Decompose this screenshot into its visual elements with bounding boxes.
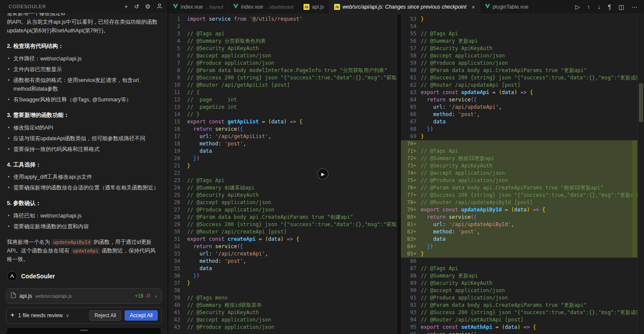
next-change-icon[interactable]: ↓: [597, 4, 600, 10]
whitespace-toggle-icon[interactable]: ¶: [608, 4, 611, 10]
code-line[interactable]: 15export const getApiList = (data) => {: [168, 118, 397, 126]
code-line[interactable]: 23// @Tags Api: [168, 177, 397, 184]
code-line[interactable]: 78+// @Router /api/updateApiById [post]: [401, 199, 638, 206]
code-line[interactable]: 39// @Tags menu: [168, 294, 397, 302]
code-line[interactable]: 42// @accept application/json: [168, 316, 397, 324]
code-line[interactable]: 40// @Summary 根据id获取菜单: [168, 302, 397, 309]
code-line[interactable]: 13// pageSize int: [168, 104, 397, 111]
code-line[interactable]: 67 data: [401, 118, 638, 126]
code-line[interactable]: 27// @Produce application/json: [168, 206, 397, 214]
run-icon[interactable]: ▷: [575, 4, 580, 10]
account-icon[interactable]: [156, 3, 163, 10]
scrollbar-thumb[interactable]: [639, 83, 643, 122]
code-line[interactable]: 22: [168, 170, 397, 177]
code-line[interactable]: 96 return service({: [401, 331, 638, 334]
code-line[interactable]: 11// {: [168, 89, 397, 96]
code-line[interactable]: 66 method: 'post',: [401, 111, 638, 118]
editor-scrollbar[interactable]: [638, 14, 644, 334]
code-line[interactable]: 9// @Success 200 {string} json "{"succes…: [168, 74, 397, 82]
code-line[interactable]: 12// page int: [168, 96, 397, 104]
chevron-right-icon[interactable]: ›: [155, 293, 157, 299]
code-line[interactable]: 28// @Param data body api.CreateApiParam…: [168, 214, 397, 221]
code-line[interactable]: 37}: [168, 280, 397, 287]
code-line[interactable]: 19 data: [168, 148, 397, 155]
code-line[interactable]: 58// @accept application/json: [401, 52, 638, 60]
code-line[interactable]: 88// @Summary 更新api: [401, 272, 638, 280]
code-line[interactable]: 8// @Param data body modelInterface.Page…: [168, 67, 397, 74]
code-line[interactable]: 5// @Security ApiKeyAuth: [168, 45, 397, 52]
code-line[interactable]: 68 }): [401, 126, 638, 133]
code-line[interactable]: 29// @Success 200 {string} json "{"succe…: [168, 221, 397, 228]
code-line[interactable]: 75+// @Produce application/json: [401, 177, 638, 184]
code-line[interactable]: 21}: [168, 162, 397, 170]
drag-handle[interactable]: [80, 330, 88, 331]
code-line[interactable]: 54: [401, 23, 638, 30]
code-line[interactable]: 59// @Produce application/json: [401, 60, 638, 67]
code-line[interactable]: 81+ url: '/api/updateApiById',: [401, 221, 638, 228]
code-line[interactable]: 65 url: '/api/updateApi',: [401, 104, 638, 111]
code-line[interactable]: 60// @Param data body api.CreateApiParam…: [401, 67, 638, 74]
code-line[interactable]: 7// @Produce application/json: [168, 60, 397, 67]
code-line[interactable]: 16 return service({: [168, 126, 397, 133]
code-line[interactable]: 73+// @Security ApiKeyAuth: [401, 162, 638, 170]
code-line[interactable]: 70+: [401, 140, 638, 148]
tab-index-vue[interactable]: index.vue...\dashboard: [228, 0, 299, 14]
code-line[interactable]: 69}: [401, 133, 638, 140]
pane-resize-sash[interactable]: [397, 14, 401, 334]
code-line[interactable]: 36 }): [168, 272, 397, 280]
code-line[interactable]: 1import service from '@/utils/request': [168, 16, 397, 23]
accept-all-button[interactable]: Accept All: [125, 310, 158, 321]
tab-plugintable-vue[interactable]: pluginTable.vue: [480, 0, 534, 14]
code-line[interactable]: 53}: [401, 16, 638, 23]
code-line[interactable]: 85+}: [401, 250, 638, 258]
history-icon[interactable]: ↺: [134, 3, 139, 9]
code-line[interactable]: 76+// @Param data body api.CreateApiPara…: [401, 184, 638, 192]
code-line[interactable]: 10// @Router /api/getApiList [post]: [168, 82, 397, 89]
code-line[interactable]: 82+ method: 'post',: [401, 228, 638, 236]
code-line[interactable]: 91// @Produce application/json: [401, 294, 638, 302]
code-line[interactable]: 94// @Router /api/setAuthApi [post]: [401, 316, 638, 324]
split-editor-icon[interactable]: ◫: [619, 4, 624, 10]
code-line[interactable]: 6// @accept application/json: [168, 52, 397, 60]
video-play-overlay-icon[interactable]: ▶: [317, 168, 328, 180]
new-chat-icon[interactable]: +: [125, 3, 128, 9]
code-line[interactable]: 93// @Success 200 {string} json "{"succe…: [401, 309, 638, 316]
code-line[interactable]: 95export const setAuthApi = (data) => {: [401, 324, 638, 331]
code-line[interactable]: 64 return service({: [401, 96, 638, 104]
code-line[interactable]: 18 method: 'post',: [168, 140, 397, 148]
reject-all-button[interactable]: Reject All: [89, 310, 121, 321]
close-tab-icon[interactable]: ×: [472, 4, 475, 10]
code-line[interactable]: 30// @Router /api/createApi [post]: [168, 228, 397, 236]
code-line[interactable]: 63export const updateApi = (data) => {: [401, 89, 638, 96]
tab-web-src-api-api-js-changes-since-previous-[interactable]: JSweb/src/api/api.js: Changes since prev…: [329, 0, 480, 14]
tab-index-vue[interactable]: index.vue...\layout: [168, 0, 228, 14]
code-line[interactable]: 72+// @Summary 根据ID更新api: [401, 155, 638, 162]
code-line[interactable]: 43// @Produce application/json: [168, 324, 397, 331]
code-line[interactable]: 56// @Summary 更新api: [401, 38, 638, 45]
code-line[interactable]: 3// @Tags api: [168, 30, 397, 38]
code-line[interactable]: 55// @Tags Api: [401, 30, 638, 38]
code-line[interactable]: 57// @Security ApiKeyAuth: [401, 45, 638, 52]
code-line[interactable]: 92// @Param data body api.CreateApiParam…: [401, 302, 638, 309]
editor-pane-apijs[interactable]: 1import service from '@/utils/request'23…: [168, 14, 397, 334]
code-line[interactable]: 26// @accept application/json: [168, 199, 397, 206]
code-line[interactable]: 2: [168, 23, 397, 30]
code-line[interactable]: 86: [401, 258, 638, 265]
code-line[interactable]: 89// @Security ApiKeyAuth: [401, 280, 638, 287]
code-line[interactable]: 17 url: '/api/getApiList',: [168, 133, 397, 140]
code-line[interactable]: 77+// @Success 200 {string} json "{"succ…: [401, 192, 638, 199]
chevron-down-icon[interactable]: ∨: [66, 313, 69, 318]
code-line[interactable]: 35 data: [168, 265, 397, 272]
changed-file-row[interactable]: api.js web/src/api/api.js +16 -0 ›: [6, 288, 162, 304]
code-line[interactable]: 14// }: [168, 111, 397, 118]
code-line[interactable]: 74+// @accept application/json: [401, 170, 638, 177]
code-line[interactable]: 90// @accept application/json: [401, 287, 638, 294]
code-line[interactable]: 24// @Summary 创建基础api: [168, 184, 397, 192]
code-line[interactable]: 38: [168, 287, 397, 294]
settings-gear-icon[interactable]: ⚙: [145, 3, 150, 9]
editor-pane-diff[interactable]: 53}5455// @Tags Api56// @Summary 更新api57…: [401, 14, 638, 334]
code-line[interactable]: 33 url: '/api/createApi',: [168, 250, 397, 258]
code-line[interactable]: 32 return service({: [168, 243, 397, 250]
code-line[interactable]: 83+ data: [401, 236, 638, 243]
more-actions-icon[interactable]: ⋯: [631, 4, 638, 10]
